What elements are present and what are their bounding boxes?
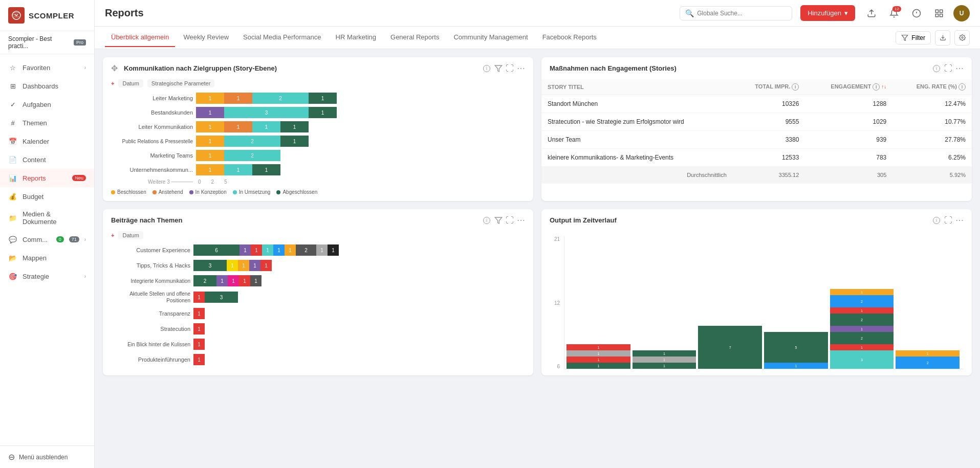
more-icon[interactable]: ⋯ [517, 215, 525, 225]
tab-facebook[interactable]: Facebook Reports [536, 28, 603, 47]
more-icon[interactable]: ⋯ [517, 63, 525, 73]
sidebar-item-comm[interactable]: 💬 Comm... 0 71 › [0, 230, 94, 249]
expand-icon[interactable]: ⛶ [506, 64, 514, 73]
stacked-bar: 1 1 1 1 [567, 344, 630, 369]
sidebar-item-aufgaben[interactable]: ✓ Aufgaben [0, 95, 94, 114]
legend-item: In Umsetzung [233, 189, 271, 195]
add-button[interactable]: Hinzufügen ▾ [800, 5, 855, 21]
expand-icon[interactable]: ⛶ [944, 64, 952, 73]
star-icon: ☆ [8, 63, 17, 72]
bar-row-label: Stratecution [111, 325, 190, 332]
bar-segments: 1 3 [193, 292, 525, 303]
output-segment: 1 [830, 307, 894, 314]
col-info-icon[interactable]: i [873, 83, 880, 91]
col-label: ENGAGEMENT [831, 83, 871, 90]
search-box[interactable]: 🔍 [680, 6, 792, 20]
sidebar-item-label: Comm... [23, 236, 51, 243]
output-segment: 1 [830, 326, 894, 332]
legend-label: In Umsetzung [239, 189, 271, 195]
bar-segments: 1 [193, 308, 525, 319]
output-segment: 2 [830, 295, 894, 307]
col-info-icon[interactable]: i [959, 83, 966, 91]
tab-weekly[interactable]: Weekly Review [177, 28, 235, 47]
sidebar-item-label: Aufgaben [23, 101, 86, 108]
chart2-info-icon[interactable]: i [933, 65, 940, 72]
avg-impr: 3355.12 [733, 167, 805, 184]
filter-icon[interactable] [494, 216, 503, 225]
tab-uberblick[interactable]: Überblick allgemein [105, 28, 175, 47]
tab-social[interactable]: Social Media Performance [237, 28, 327, 47]
drag-icon[interactable]: ✥ [111, 63, 118, 73]
tab-community[interactable]: Community Management [447, 28, 534, 47]
expand-icon[interactable]: ⛶ [944, 216, 952, 225]
settings-icon[interactable] [954, 30, 970, 46]
bar-segment: 1 [224, 164, 252, 175]
tab-general[interactable]: General Reports [384, 28, 445, 47]
bar-segment: 1 [224, 121, 252, 132]
sidebar-item-content[interactable]: 📄 Content [0, 150, 94, 169]
add-filter-icon[interactable]: + [111, 80, 114, 86]
tag-icon: # [8, 118, 17, 127]
sidebar-item-label: Medien & Dokumente [23, 210, 86, 226]
output-segment: 1 [567, 350, 630, 356]
menu-hide-button[interactable]: ⊖ Menü ausblenden [0, 445, 94, 468]
bar-row-label: Public Relations & Pressestelle [111, 138, 193, 145]
chart3-bars: Customer Experience 6 1 1 1 1 1 2 1 1 [111, 244, 525, 365]
more-icon[interactable]: ⋯ [955, 215, 964, 225]
bar-segment: 1 [196, 93, 224, 104]
avg-label: Durchschnittlich [541, 167, 733, 184]
chart2-title: Maßnahmen nach Engagement (Stories) [550, 64, 929, 72]
notification-icon[interactable]: 12 [886, 5, 902, 21]
bar-row: Transparenz 1 [111, 308, 525, 319]
sidebar-item-reports[interactable]: 📊 Reports Neu [0, 169, 94, 187]
filter-icon[interactable] [494, 64, 503, 73]
svg-marker-8 [902, 35, 908, 40]
chevron-right-icon: › [84, 274, 86, 279]
sidebar-item-dashboards[interactable]: ⊞ Dashboards [0, 77, 94, 95]
col-info-icon[interactable]: i [792, 83, 799, 91]
expand-icon[interactable]: ⛶ [506, 216, 514, 225]
filter-button[interactable]: Filter [896, 31, 931, 44]
sidebar-item-medien[interactable]: 📁 Medien & Dokumente [0, 206, 94, 230]
output-segment: 7 [698, 326, 762, 369]
legend-item: Anstehend [153, 189, 183, 195]
param-filter[interactable]: Strategische Parameter [147, 79, 215, 87]
avg-eng: 305 [805, 167, 892, 184]
sidebar-item-kalender[interactable]: 📅 Kalender [0, 132, 94, 150]
chart4-info-icon[interactable]: i [933, 217, 940, 224]
search-input[interactable] [697, 10, 787, 17]
chart3-info-icon[interactable]: i [483, 217, 490, 224]
upload-icon[interactable] [863, 5, 880, 21]
sidebar-item-favoriten[interactable]: ☆ Favoriten › [0, 58, 94, 77]
add-filter-icon[interactable]: + [111, 232, 114, 238]
date-filter[interactable]: Datum [118, 79, 143, 87]
more-icon[interactable]: ⋯ [955, 63, 964, 73]
bar-segment: 1 [196, 121, 224, 132]
date-filter[interactable]: Datum [118, 231, 143, 239]
apps-icon[interactable] [931, 5, 947, 21]
bar-segment: 1 [316, 244, 328, 256]
sidebar-item-mappen[interactable]: 📂 Mappen [0, 249, 94, 267]
sort-icon[interactable]: ↑↓ [881, 84, 886, 90]
sidebar-item-budget[interactable]: 💰 Budget [0, 187, 94, 206]
info-icon[interactable] [908, 5, 925, 21]
output-col: 2 1 [896, 350, 960, 369]
sidebar: SCOMPLER Scompler - Best practi... Pro ☆… [0, 0, 95, 468]
bar-segment: 1 [193, 323, 205, 335]
export-icon[interactable] [935, 30, 950, 46]
bar-segment: 1 [193, 339, 205, 350]
chart1-info-icon[interactable]: i [483, 65, 490, 72]
bar-segments: 1 1 1 1 [196, 121, 525, 132]
sidebar-item-themen[interactable]: # Themen [0, 114, 94, 132]
circle-minus-icon: ⊖ [8, 452, 15, 462]
chart2-actions: ⛶ ⋯ [944, 63, 964, 73]
pro-badge: Pro [74, 39, 86, 46]
bar-segment: 1 [252, 121, 280, 132]
tab-hr[interactable]: HR Marketing [330, 28, 382, 47]
chart2-header: Maßnahmen nach Engagement (Stories) i ⛶ … [541, 57, 972, 79]
chart4-actions: ⛶ ⋯ [944, 215, 964, 225]
chart3-filters: + Datum [111, 231, 525, 239]
sidebar-item-strategie[interactable]: 🎯 Strategie › [0, 267, 94, 285]
bar-segments: 1 2 [196, 150, 525, 161]
avatar[interactable]: U [953, 5, 970, 21]
